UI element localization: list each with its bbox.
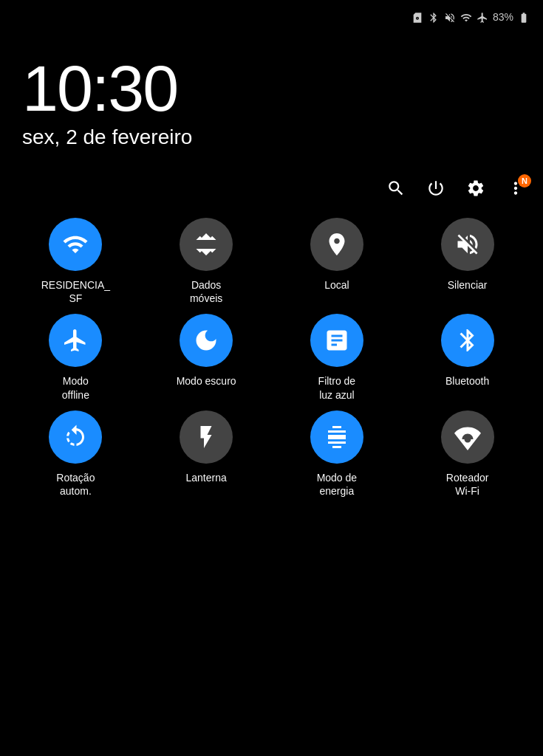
rotation-icon: [49, 410, 102, 464]
settings-button[interactable]: [466, 179, 485, 203]
bluetooth-icon: [441, 314, 494, 367]
location-icon: [310, 218, 363, 271]
more-button[interactable]: N: [506, 179, 525, 203]
battery-icon: [518, 10, 530, 24]
tile-dark-mode[interactable]: Modo escuro: [146, 314, 267, 401]
tile-blue-light[interactable]: Filtro deluz azul: [276, 314, 398, 401]
tile-bluetooth[interactable]: Bluetooth: [406, 314, 528, 401]
status-bar: 83%: [0, 0, 543, 27]
blue-light-icon: [310, 314, 363, 367]
wifi-status-icon: [460, 10, 472, 24]
tile-location-label: Local: [324, 278, 349, 292]
tile-bluetooth-label: Bluetooth: [445, 374, 489, 388]
hotspot-icon: [441, 410, 494, 464]
tile-wifi[interactable]: RESIDENCIA_SF: [15, 218, 137, 305]
battery-percentage: 83%: [493, 11, 513, 23]
mute-icon: [441, 218, 494, 271]
airplane-icon: [49, 314, 102, 367]
tile-hotspot[interactable]: RoteadorWi-Fi: [406, 410, 528, 498]
mobile-data-icon: [180, 218, 233, 271]
qs-toolbar: N: [0, 157, 543, 210]
tile-rotation-label: Rotaçãoautom.: [56, 471, 95, 498]
notification-badge: N: [518, 174, 531, 188]
tile-mute-label: Silenciar: [448, 278, 488, 292]
tile-power-saving-label: Modo deenergia: [317, 471, 357, 498]
tile-wifi-label: RESIDENCIA_SF: [41, 278, 110, 305]
sim-icon: [411, 10, 423, 24]
mute-status-icon: [444, 10, 456, 24]
tile-blue-light-label: Filtro deluz azul: [318, 374, 356, 401]
status-icons: 83%: [411, 10, 530, 24]
tile-mute[interactable]: Silenciar: [406, 218, 528, 305]
tile-airplane[interactable]: Modooffline: [15, 314, 137, 401]
tile-power-saving[interactable]: Modo deenergia: [276, 410, 398, 498]
tile-dark-mode-label: Modo escuro: [177, 374, 236, 388]
power-button[interactable]: [426, 179, 445, 203]
power-saving-icon: [310, 410, 363, 464]
tile-flashlight[interactable]: Lanterna: [146, 410, 267, 498]
wifi-icon: [49, 218, 102, 271]
tile-mobile-data[interactable]: Dadosmóveis: [146, 218, 267, 305]
clock-area: 10:30 sex, 2 de fevereiro: [0, 27, 543, 157]
tile-flashlight-label: Lanterna: [185, 471, 226, 484]
search-button[interactable]: [386, 179, 406, 203]
tile-location[interactable]: Local: [276, 218, 398, 305]
tile-rotation[interactable]: Rotaçãoautom.: [15, 410, 137, 498]
qs-grid: RESIDENCIA_SF Dadosmóveis Local Silencia…: [0, 210, 543, 505]
airplane-status-icon: [477, 10, 488, 24]
flashlight-icon: [180, 410, 233, 464]
tile-mobile-data-label: Dadosmóveis: [190, 278, 222, 305]
tile-hotspot-label: RoteadorWi-Fi: [446, 471, 489, 498]
bluetooth-status-icon: [428, 10, 440, 24]
clock-time: 10:30: [22, 56, 521, 121]
dark-mode-icon: [180, 314, 233, 367]
clock-date: sex, 2 de fevereiro: [22, 126, 521, 149]
tile-airplane-label: Modooffline: [62, 374, 89, 401]
